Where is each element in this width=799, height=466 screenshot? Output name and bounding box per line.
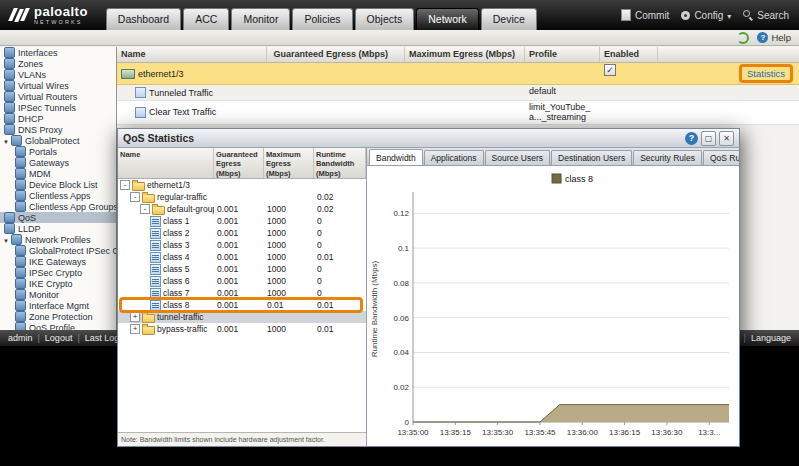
tree-row-class-6[interactable]: class 60.00110000 [118, 275, 366, 287]
dialog-tab-bandwidth[interactable]: Bandwidth [369, 149, 423, 165]
interface-mgmt-icon [15, 300, 26, 311]
search-button[interactable]: Search [743, 10, 789, 21]
svg-text:13:36:00: 13:36:00 [567, 428, 599, 437]
tree-row-class-7[interactable]: class 70.00110000 [118, 287, 366, 299]
help-button[interactable]: Help [757, 32, 791, 43]
tree-row-name: class 4 [118, 251, 214, 263]
dialog-help-icon[interactable] [685, 132, 698, 145]
table-row-tunneled-traffic[interactable]: Tunneled Trafficdefault [117, 85, 799, 101]
dialog-title-bar[interactable]: QoS Statistics [118, 129, 739, 148]
sidebar-item-label: IKE Crypto [29, 279, 73, 289]
runtime-value [314, 179, 366, 191]
dialog-close-icon[interactable] [719, 131, 734, 146]
qos-profile-icon [15, 322, 26, 330]
enabled-checkbox[interactable] [604, 64, 616, 76]
dialog-tab-security-rules[interactable]: Security Rules [633, 150, 702, 165]
sidebar-item-zones[interactable]: Zones [0, 58, 116, 69]
tree-row-regular-traffic[interactable]: -regular-traffic0.02 [118, 191, 366, 203]
tree-row-tunnel-traffic[interactable]: +tunnel-traffic [118, 311, 366, 323]
actions-cell: Statistics [658, 63, 799, 84]
tab-monitor[interactable]: Monitor [231, 8, 290, 30]
status-item-admin[interactable]: admin [8, 333, 33, 343]
sidebar-item-dns-proxy[interactable]: DNS Proxy [0, 124, 116, 135]
sidebar-item-ipsec-tunnels[interactable]: IPSec Tunnels [0, 102, 116, 113]
gear-icon [681, 11, 690, 20]
tab-objects[interactable]: Objects [355, 8, 415, 30]
sidebar-item-globalprotect[interactable]: GlobalProtect [0, 135, 116, 146]
tree-row-class-8[interactable]: class 80.0010.010.01 [118, 299, 366, 311]
tree-row-class-5[interactable]: class 50.00110000 [118, 263, 366, 275]
sidebar-item-zone-protection[interactable]: Zone Protection [0, 311, 116, 322]
tab-policies[interactable]: Policies [292, 8, 352, 30]
maximum-value: 1000 [264, 203, 314, 215]
sidebar-item-clientless-apps[interactable]: Clientless Apps [0, 190, 116, 201]
status-item-logout[interactable]: Logout [45, 333, 73, 343]
sidebar-item-virtual-routers[interactable]: Virtual Routers [0, 91, 116, 102]
guaranteed-value [214, 311, 264, 323]
sidebar-item-network-profiles[interactable]: Network Profiles [0, 234, 116, 245]
sidebar-item-lldp[interactable]: LLDP [0, 223, 116, 234]
sidebar-item-label: Zone Protection [29, 312, 93, 322]
sidebar-item-virtual-wires[interactable]: Virtual Wires [0, 80, 116, 91]
guaranteed-value: 0.001 [214, 215, 264, 227]
table-row-clear-text-traffic[interactable]: Clear Text Trafficlimit_YouTube_a..._str… [117, 101, 799, 125]
globalprotect-icon [11, 135, 22, 146]
tree-row-name: -ethernet1/3 [118, 179, 214, 191]
sidebar-item-globalprotect-ipsec-crypto[interactable]: GlobalProtect IPSec Crypto [0, 245, 116, 256]
status-item-language[interactable]: Language [751, 333, 791, 343]
tab-dashboard[interactable]: Dashboard [106, 8, 181, 30]
clientless-apps-icon [15, 190, 26, 201]
chart-area: 00.020.040.060.080.10.1213:35:0013:35:15… [367, 166, 739, 446]
tree-row-class-2[interactable]: class 20.00110000 [118, 227, 366, 239]
class-icon [150, 216, 161, 227]
tree-row-class-3[interactable]: class 30.00110000 [118, 239, 366, 251]
config-menu[interactable]: Config [681, 10, 731, 21]
tab-acc[interactable]: ACC [183, 8, 229, 30]
sidebar-item-dhcp[interactable]: DHCP [0, 113, 116, 124]
dialog-tab-source-users[interactable]: Source Users [485, 150, 551, 165]
expand-icon[interactable]: + [130, 312, 140, 322]
class-icon [150, 228, 161, 239]
sidebar-item-qos[interactable]: QoS [0, 212, 116, 223]
sidebar-item-device-block-list[interactable]: Device Block List [0, 179, 116, 190]
sidebar-item-ike-crypto[interactable]: IKE Crypto [0, 278, 116, 289]
tree-row-label: ethernet1/3 [147, 180, 190, 190]
sidebar-item-ike-gateways[interactable]: IKE Gateways [0, 256, 116, 267]
sidebar-item-monitor[interactable]: Monitor [0, 289, 116, 300]
collapse-icon[interactable]: - [130, 192, 140, 202]
refresh-icon[interactable] [737, 32, 749, 44]
collapse-icon[interactable]: - [120, 180, 130, 190]
sidebar-item-clientless-app-groups[interactable]: Clientless App Groups [0, 201, 116, 212]
commit-button[interactable]: Commit [621, 9, 669, 21]
column-header-guaranteed-egress-mbps: Guaranteed Egress (Mbps) [267, 47, 405, 62]
sidebar-item-mdm[interactable]: MDM [0, 168, 116, 179]
interfaces-icon [4, 47, 15, 58]
sidebar-item-interfaces[interactable]: Interfaces [0, 47, 116, 58]
sidebar-item-gateways[interactable]: Gateways [0, 157, 116, 168]
tab-network[interactable]: Network [416, 8, 479, 30]
search-label: Search [757, 10, 789, 21]
dialog-maximize-icon[interactable] [701, 131, 716, 146]
sub-toolbar: Help [0, 30, 799, 46]
tree-row-class-4[interactable]: class 40.00110000.01 [118, 251, 366, 263]
tree-row-bypass-traffic[interactable]: +bypass-traffic0.00110000.01 [118, 323, 366, 335]
sidebar-item-vlans[interactable]: VLANs [0, 69, 116, 80]
tree-row-ethernet1-3[interactable]: -ethernet1/3 [118, 179, 366, 191]
tab-device[interactable]: Device [481, 8, 537, 30]
tree-row-class-1[interactable]: class 10.00110000 [118, 215, 366, 227]
tree-row-default-group[interactable]: -default-group0.00110000.02 [118, 203, 366, 215]
sidebar-item-qos-profile[interactable]: QoS Profile [0, 322, 116, 330]
dialog-tab-qos-rules[interactable]: QoS Rules [703, 150, 739, 165]
sidebar-item-portals[interactable]: Portals [0, 146, 116, 157]
dialog-tab-applications[interactable]: Applications [424, 150, 484, 165]
statistics-link[interactable]: Statistics [747, 68, 785, 79]
sidebar-item-interface-mgmt[interactable]: Interface Mgmt [0, 300, 116, 311]
logo-primary: paloalto [34, 5, 88, 18]
collapse-icon[interactable]: - [140, 204, 150, 214]
sidebar-item-ipsec-crypto[interactable]: IPSec Crypto [0, 267, 116, 278]
expand-icon[interactable]: + [130, 324, 140, 334]
table-row-ethernet1-3[interactable]: ethernet1/3Statistics [117, 63, 799, 85]
maximum-value: 1000 [264, 263, 314, 275]
tree-row-label: class 1 [163, 216, 189, 226]
dialog-tab-destination-users[interactable]: Destination Users [551, 150, 632, 165]
